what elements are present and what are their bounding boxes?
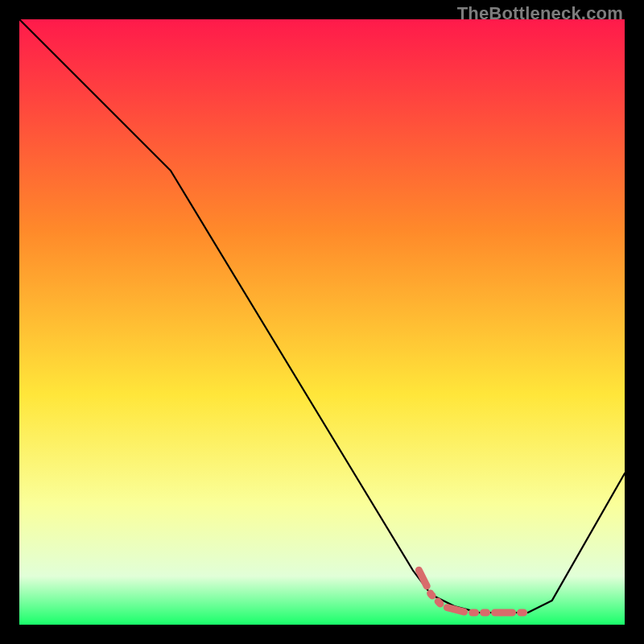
chart-frame — [19, 19, 625, 625]
bottleneck-chart — [19, 19, 625, 625]
watermark-text: TheBottleneck.com — [457, 3, 623, 24]
